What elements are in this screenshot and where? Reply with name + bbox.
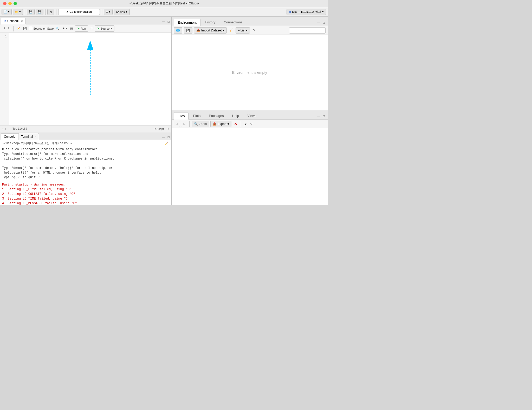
- window-title: ~/Desktop/빅데이터/R프로그램 예제/test - RStudio: [129, 1, 199, 6]
- clear-x-icon: ✕: [234, 121, 237, 126]
- maximize-env-button[interactable]: □: [322, 21, 326, 25]
- console-tab-label: Console: [4, 135, 15, 138]
- list-icon: ≡: [238, 29, 240, 32]
- zoom-button[interactable]: 🔍 Zoom: [192, 121, 209, 127]
- import-dataset-button[interactable]: 📥 Import Dataset ▾: [194, 27, 227, 34]
- list-view-button[interactable]: ≡ List ▾: [236, 27, 250, 34]
- back-button[interactable]: ◀: [174, 121, 180, 127]
- run-all-button[interactable]: ⇉: [89, 26, 94, 31]
- go-to-file-arrow-icon: ➤: [66, 10, 69, 13]
- new-file-button[interactable]: 📄 ▾: [2, 9, 12, 15]
- console-tab-bar: Console Terminal ✕ — □: [0, 132, 171, 140]
- refresh-files-button[interactable]: ↻: [249, 122, 254, 126]
- source-button[interactable]: ➤ Source ▾: [95, 25, 114, 32]
- minimize-editor-button[interactable]: —: [161, 19, 166, 24]
- export-icon: 📤: [213, 122, 217, 126]
- tab-close-icon[interactable]: ✕: [21, 20, 23, 23]
- title-bar: ~/Desktop/빅데이터/R프로그램 예제/test - RStudio: [0, 0, 328, 7]
- maximize-editor-button[interactable]: □: [167, 19, 170, 24]
- close-button[interactable]: [3, 2, 7, 5]
- refresh-files-icon: ↻: [250, 122, 252, 125]
- search-button[interactable]: 🔍: [55, 26, 60, 31]
- console-path: ~/Desktop/빅데이터/R프로그램 예제/test/ ⇢ 🧹: [2, 141, 169, 146]
- environment-tab-label: Environment: [178, 21, 197, 24]
- tab-files[interactable]: Files: [174, 112, 189, 120]
- env-search-input[interactable]: [289, 27, 326, 34]
- tab-environment[interactable]: Environment: [174, 19, 200, 26]
- tab-label: Untitled1: [7, 19, 20, 23]
- source-arrow-icon: ➤: [97, 27, 99, 30]
- import-icon-button[interactable]: 🌐: [174, 27, 182, 34]
- open-dropdown-icon: ▾: [19, 10, 21, 14]
- files-content: [172, 128, 328, 205]
- code-tools-button[interactable]: ✦ ▾: [61, 26, 68, 31]
- environment-panel: Environment History Connections — □ 🌐: [172, 17, 328, 110]
- plots-tab-label: Plots: [193, 114, 200, 118]
- run-button[interactable]: ➤ Run: [75, 25, 88, 32]
- brush-button[interactable]: 🖌: [243, 122, 248, 126]
- line-numbers: 1: [0, 33, 9, 125]
- level-indicator: Top Level ⇕: [12, 127, 28, 130]
- addins-dropdown-icon: ▾: [126, 10, 127, 14]
- line-number-1: 1: [2, 35, 7, 38]
- save-editor-button[interactable]: 💾: [22, 26, 28, 31]
- tab-terminal[interactable]: Terminal ✕: [18, 133, 39, 140]
- import-dropdown-icon: ▾: [223, 29, 224, 32]
- minimize-console-button[interactable]: —: [161, 135, 166, 139]
- tab-console[interactable]: Console: [1, 133, 18, 140]
- minimize-button[interactable]: [8, 2, 12, 5]
- save-all-button[interactable]: 💾: [36, 9, 43, 15]
- save-button[interactable]: 💾: [27, 9, 35, 15]
- grid-button[interactable]: ⊞ ▾: [104, 9, 113, 15]
- minimize-files-button[interactable]: —: [316, 114, 321, 118]
- print-button[interactable]: 🖨: [47, 9, 54, 15]
- project-indicator[interactable]: R test — R프로그램 예제 ▾: [287, 9, 326, 15]
- editor-section: R Untitled1 ✕ — □ ↺ ↻ 📝 💾: [0, 17, 171, 132]
- toolbar-separator-4: [102, 9, 102, 15]
- addins-button[interactable]: Addins ▾: [114, 9, 130, 15]
- maximize-button[interactable]: [14, 2, 17, 5]
- edit-script-icon[interactable]: 📝: [15, 26, 21, 31]
- go-to-file-button[interactable]: ➤ Go to file/function: [58, 9, 100, 15]
- undo-button[interactable]: ↺: [2, 26, 6, 31]
- source-on-save-label[interactable]: Source on Save: [29, 27, 54, 30]
- maximize-console-button[interactable]: □: [167, 135, 170, 139]
- tab-connections[interactable]: Connections: [220, 18, 246, 26]
- script-icon: 📝: [16, 27, 20, 30]
- console-content[interactable]: ~/Desktop/빅데이터/R프로그램 예제/test/ ⇢ 🧹 R is a…: [0, 140, 171, 205]
- connections-tab-label: Connections: [224, 20, 242, 24]
- redo-button[interactable]: ↻: [7, 26, 11, 31]
- clear-console-icon[interactable]: 🧹: [164, 141, 169, 146]
- files-panel-controls: — □: [316, 114, 326, 119]
- tab-packages[interactable]: Packages: [205, 112, 228, 119]
- save-editor-icon: 💾: [23, 27, 27, 30]
- source-on-save-checkbox[interactable]: [29, 27, 32, 30]
- console-warning-4: 4: Setting LC_MESSAGES failed, using "C": [2, 201, 169, 205]
- history-tab-label: History: [205, 20, 215, 24]
- files-toolbar-sep-2: [241, 121, 241, 127]
- open-file-button[interactable]: 📂 ▾: [13, 9, 23, 15]
- tab-viewer[interactable]: Viewer: [243, 112, 262, 119]
- right-panel: Environment History Connections — □ 🌐: [172, 17, 328, 205]
- save-env-button[interactable]: 💾: [184, 27, 192, 34]
- toolbar-separator-2: [45, 9, 46, 15]
- status-separator: [9, 127, 9, 131]
- export-button[interactable]: 📤 Export ▾: [210, 121, 232, 127]
- code-editor[interactable]: |: [9, 33, 59, 45]
- minimize-env-button[interactable]: —: [316, 21, 321, 25]
- go-to-file-label: Go to file/function: [69, 10, 92, 13]
- tab-help[interactable]: Help: [228, 112, 243, 119]
- save-all-icon: 💾: [38, 10, 41, 14]
- broom-env-button[interactable]: 🧹: [228, 28, 234, 32]
- print-icon: 🖨: [49, 10, 52, 14]
- tab-plots[interactable]: Plots: [189, 112, 204, 119]
- forward-button[interactable]: ▶: [181, 121, 187, 127]
- maximize-files-button[interactable]: □: [322, 114, 326, 118]
- terminal-tab-close[interactable]: ✕: [34, 135, 36, 138]
- refresh-env-button[interactable]: ↻: [251, 28, 256, 32]
- editor-status-bar: 1:1 Top Level ⇕ R Script ⇕: [0, 125, 171, 132]
- clear-files-button[interactable]: ✕: [232, 121, 239, 127]
- tab-history[interactable]: History: [201, 18, 219, 26]
- compile-button[interactable]: ▤: [69, 26, 74, 31]
- editor-tab-untitled1[interactable]: R Untitled1 ✕: [1, 18, 26, 24]
